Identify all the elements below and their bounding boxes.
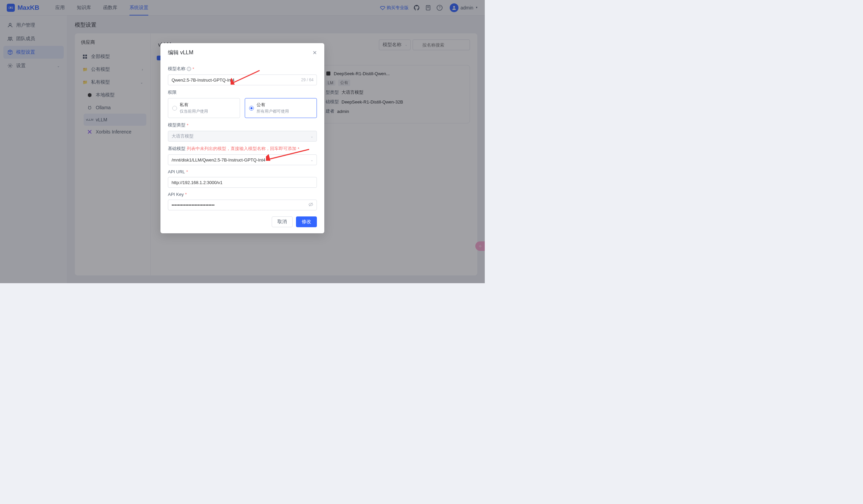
- radio-icon: [172, 106, 177, 111]
- edit-model-dialog: 编辑 vLLM ✕ 模型名称 i * 29 / 64 权限 私有 仅当前用户使用: [161, 43, 324, 233]
- api-key-input[interactable]: [168, 200, 317, 210]
- base-model-value: /mnt/disk1/LLM/Qwen2.5-7B-Instruct-GPTQ-…: [172, 158, 265, 163]
- cancel-button[interactable]: 取消: [272, 216, 292, 227]
- modal-header: 编辑 vLLM ✕: [161, 43, 324, 58]
- base-model-select[interactable]: /mnt/disk1/LLM/Qwen2.5-7B-Instruct-GPTQ-…: [168, 154, 317, 165]
- info-icon: i: [187, 67, 191, 71]
- char-count: 29 / 64: [301, 77, 313, 82]
- api-key-label: API Key*: [168, 192, 317, 197]
- perm-public-option[interactable]: 公有 所有用户都可使用: [245, 98, 317, 118]
- perm-private-title: 私有: [180, 102, 236, 108]
- perm-private-desc: 仅当前用户使用: [180, 109, 236, 114]
- permission-radio-group: 私有 仅当前用户使用 公有 所有用户都可使用: [168, 98, 317, 118]
- api-url-label: API URL*: [168, 169, 317, 174]
- radio-icon: [249, 106, 254, 111]
- model-type-value: 大语言模型: [172, 133, 193, 139]
- perm-public-title: 公有: [257, 102, 313, 108]
- api-url-input[interactable]: [168, 177, 317, 188]
- submit-button[interactable]: 修改: [296, 216, 317, 227]
- modal-body: 模型名称 i * 29 / 64 权限 私有 仅当前用户使用 公有: [161, 58, 324, 210]
- name-label: 模型名称 i *: [168, 66, 317, 72]
- modal-mask: 编辑 vLLM ✕ 模型名称 i * 29 / 64 权限 私有 仅当前用户使用: [0, 0, 485, 283]
- chevron-down-icon: ⌄: [311, 158, 313, 162]
- eye-off-icon[interactable]: [308, 202, 313, 208]
- base-note: 列表中未列出的模型，直接输入模型名称，回车即可添加: [187, 146, 296, 152]
- type-label: 模型类型*: [168, 122, 317, 128]
- perm-private-option[interactable]: 私有 仅当前用户使用: [168, 98, 240, 118]
- modal-title: 编辑 vLLM: [168, 49, 193, 56]
- modal-footer: 取消 修改: [161, 210, 324, 233]
- close-icon[interactable]: ✕: [313, 50, 317, 56]
- perm-label: 权限: [168, 89, 317, 96]
- perm-public-desc: 所有用户都可使用: [257, 109, 313, 114]
- svg-text:i: i: [189, 67, 189, 71]
- model-type-select[interactable]: 大语言模型 ⌄: [168, 131, 317, 142]
- base-label: 基础模型 列表中未列出的模型，直接输入模型名称，回车即可添加 *: [168, 146, 317, 152]
- model-name-input[interactable]: [168, 75, 317, 85]
- chevron-down-icon: ⌄: [311, 135, 313, 138]
